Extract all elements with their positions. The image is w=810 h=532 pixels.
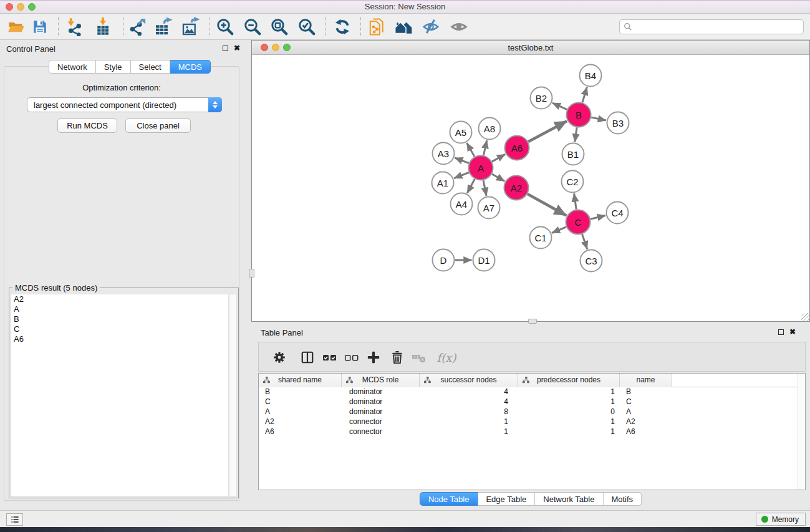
import-network-button[interactable]	[64, 16, 85, 37]
graph-node-A6[interactable]: A6	[505, 136, 529, 160]
graph-node-B4[interactable]: B4	[580, 65, 602, 87]
mcds-result-item[interactable]: B	[11, 314, 228, 324]
tab-mcds[interactable]: MCDS	[170, 60, 211, 74]
function-builder-button[interactable]: f(x)	[432, 347, 461, 368]
graph-node-C1[interactable]: C1	[530, 227, 552, 249]
table-scrollbar[interactable]	[798, 374, 805, 490]
graph-node-C3[interactable]: C3	[581, 250, 602, 272]
save-session-button[interactable]	[29, 16, 51, 37]
graph-node-C2[interactable]: C2	[562, 171, 584, 193]
graph-edge-A-A1[interactable]	[454, 173, 469, 178]
graph-node-B[interactable]: B	[567, 103, 591, 127]
graph-node-A[interactable]: A	[469, 156, 493, 180]
export-network-button[interactable]	[127, 16, 148, 37]
open-session-button[interactable]	[6, 16, 27, 37]
tab-node-table[interactable]: Node Table	[420, 492, 478, 506]
graph-edge-C-C3[interactable]	[582, 234, 587, 249]
graph-node-A1[interactable]: A1	[432, 172, 454, 194]
column-header-predecessor-nodes[interactable]: predecessor nodes	[518, 374, 620, 387]
delete-column-button[interactable]	[387, 347, 408, 368]
tab-network[interactable]: Network	[49, 60, 96, 74]
mcds-result-item[interactable]: C	[11, 324, 228, 334]
zoom-selected-button[interactable]	[296, 16, 317, 37]
column-header-name[interactable]: name	[620, 374, 672, 387]
float-panel-icon[interactable]	[223, 46, 228, 51]
zoom-out-button[interactable]	[242, 16, 263, 37]
window-titlebar[interactable]: Session: New Session	[0, 0, 810, 14]
table-row[interactable]: Cdominator41C	[259, 397, 805, 407]
graph-edge-B-B4[interactable]	[582, 87, 587, 103]
refresh-view-button[interactable]	[332, 16, 353, 37]
graph-node-D[interactable]: D	[433, 249, 455, 271]
graph-edge-A-A3[interactable]	[455, 158, 469, 163]
graph-edge-A2-C[interactable]	[528, 194, 566, 216]
tab-motifs[interactable]: Motifs	[603, 492, 642, 506]
task-history-button[interactable]	[6, 513, 23, 526]
mcds-result-item[interactable]: A	[11, 304, 228, 314]
table-row[interactable]: Bdominator41B	[259, 387, 805, 397]
table-settings-button[interactable]	[269, 347, 290, 368]
close-panel-button[interactable]: Close panel	[125, 118, 191, 133]
tab-style[interactable]: Style	[96, 60, 131, 74]
graph-edge-C-C1[interactable]	[552, 227, 566, 233]
mcds-result-item[interactable]: A6	[11, 334, 228, 344]
search-input[interactable]	[632, 21, 803, 33]
graph-node-D1[interactable]: D1	[473, 249, 495, 271]
graph-node-A7[interactable]: A7	[478, 197, 500, 219]
table-row[interactable]: Adominator80A	[259, 407, 805, 417]
column-header-mcds-role[interactable]: MCDS role	[342, 374, 420, 387]
memory-button[interactable]: Memory	[756, 513, 806, 526]
deselect-all-button[interactable]	[341, 347, 362, 368]
export-image-button[interactable]	[180, 16, 201, 37]
float-table-panel-icon[interactable]	[778, 329, 784, 335]
new-session-from-network-button[interactable]	[367, 16, 388, 37]
graph-node-A8[interactable]: A8	[479, 118, 501, 140]
graph-edge-C-C4[interactable]	[591, 216, 605, 220]
search-field[interactable]	[619, 19, 804, 34]
graph-edge-A6-B[interactable]	[528, 121, 567, 142]
column-header-successor-nodes[interactable]: successor nodes	[420, 374, 518, 387]
mcds-result-item[interactable]: A2	[11, 294, 228, 304]
window-resize-corner[interactable]	[801, 313, 809, 321]
graph-edge-B-B1[interactable]	[575, 127, 577, 142]
graph-node-A4[interactable]: A4	[451, 193, 473, 215]
import-table-button[interactable]	[92, 16, 113, 37]
tab-edge-table[interactable]: Edge Table	[478, 492, 535, 506]
zoom-fit-button[interactable]	[269, 16, 290, 37]
show-eye-button[interactable]	[448, 16, 470, 37]
graph-edge-A-A7[interactable]	[483, 180, 486, 196]
close-panel-icon[interactable]: ✖	[234, 45, 240, 51]
graph-edge-A-A8[interactable]	[483, 140, 486, 155]
graph-node-A5[interactable]: A5	[450, 122, 472, 143]
graph-node-C4[interactable]: C4	[607, 202, 629, 224]
network-canvas[interactable]: B4B2BB3A5A8A6A3B1AA1C2A2A4A7C4CC1C3DD1	[252, 55, 809, 321]
network-window-titlebar[interactable]: testGlobe.txt	[252, 41, 809, 55]
optimization-criterion-dropdown[interactable]: largest connected component (directed)	[27, 97, 222, 112]
graph-node-B3[interactable]: B3	[607, 112, 629, 134]
graph-edge-A-A5[interactable]	[467, 143, 475, 157]
graph-node-B2[interactable]: B2	[531, 87, 552, 109]
run-mcds-button[interactable]: Run MCDS	[57, 118, 117, 133]
select-all-button[interactable]	[319, 347, 340, 368]
home-button[interactable]	[393, 16, 414, 37]
split-view-button[interactable]	[297, 347, 318, 368]
left-splitter-grip[interactable]	[249, 269, 254, 278]
graph-node-B1[interactable]: B1	[562, 143, 584, 165]
mcds-list-scrollbar[interactable]	[229, 294, 237, 496]
graph-node-C[interactable]: C	[566, 210, 591, 235]
graph-node-A2[interactable]: A2	[504, 176, 529, 200]
add-column-button[interactable]	[363, 347, 384, 368]
column-header-shared-name[interactable]: shared name	[259, 374, 342, 387]
export-table-button[interactable]	[153, 16, 174, 37]
network-graph[interactable]: B4B2BB3A5A8A6A3B1AA1C2A2A4A7C4CC1C3DD1	[252, 55, 809, 321]
zoom-in-button[interactable]	[215, 16, 236, 37]
close-table-panel-icon[interactable]: ✖	[789, 329, 796, 335]
graph-edge-C-C2[interactable]	[574, 193, 577, 209]
graph-edge-B-B3[interactable]	[591, 117, 606, 120]
hide-eye-button[interactable]	[420, 16, 441, 37]
tab-network-table[interactable]: Network Table	[535, 492, 603, 506]
graph-edge-A-A4[interactable]	[467, 179, 475, 193]
bottom-splitter-grip[interactable]	[528, 319, 537, 324]
graph-edge-B-B2[interactable]	[552, 103, 567, 110]
delete-table-button[interactable]	[408, 347, 430, 368]
